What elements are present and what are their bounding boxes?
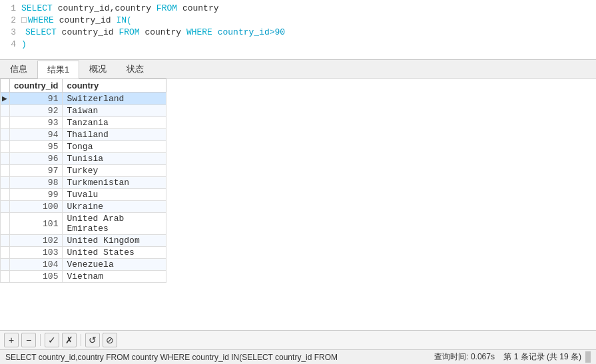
sql-line-3: 3 SELECT country_id FROM country WHERE c… xyxy=(0,27,596,39)
refresh-button[interactable]: ↺ xyxy=(85,333,100,347)
table-row[interactable]: 98Turkmenistan xyxy=(1,177,166,189)
row-indicator xyxy=(1,177,10,189)
results-area[interactable]: country_id country ▶91Switzerland92Taiwa… xyxy=(0,79,596,330)
sql-line-1: 1 SELECT country_id,country FROM country xyxy=(0,3,596,15)
tabs-bar: 信息 结果1 概况 状态 xyxy=(0,60,596,79)
table-row-country: Taiwan xyxy=(63,105,166,117)
table-row[interactable]: 104Venezuela xyxy=(1,259,166,271)
table-row[interactable]: 93Tanzania xyxy=(1,117,166,129)
table-row-id: 103 xyxy=(10,247,63,259)
table-row-id: 95 xyxy=(10,141,63,153)
remove-row-button[interactable]: − xyxy=(21,333,36,347)
table-row[interactable]: 96Tunisia xyxy=(1,153,166,165)
table-row-country: Venezuela xyxy=(63,259,166,271)
results-table: country_id country ▶91Switzerland92Taiwa… xyxy=(0,79,166,283)
table-row-id: 93 xyxy=(10,117,63,129)
table-row-country: United Kingdom xyxy=(63,235,166,247)
table-row-country: Vietnam xyxy=(63,271,166,283)
status-query-text: SELECT country_id,country FROM country W… xyxy=(5,353,421,362)
add-row-button[interactable]: + xyxy=(4,333,19,347)
row-indicator xyxy=(1,141,10,153)
line-number-4: 4 xyxy=(3,39,16,51)
scrollbar-indicator[interactable] xyxy=(585,351,591,363)
bottom-toolbar: + − ✓ ✗ ↺ ⊘ xyxy=(0,330,596,349)
status-bar: SELECT country_id,country FROM country W… xyxy=(0,349,596,364)
table-row-id: 101 xyxy=(10,213,63,235)
table-row-id: 96 xyxy=(10,153,63,165)
tab-overview[interactable]: 概况 xyxy=(79,60,117,78)
row-indicator xyxy=(1,235,10,247)
stop-button[interactable]: ⊘ xyxy=(103,333,117,347)
table-row-country: Thailand xyxy=(63,129,166,141)
table-row[interactable]: 103United States xyxy=(1,247,166,259)
table-row-country: Turkey xyxy=(63,165,166,177)
table-row-id: 102 xyxy=(10,235,63,247)
table-row[interactable]: 102United Kingdom xyxy=(1,235,166,247)
status-time: 查询时间: 0.067s 第 1 条记录 (共 19 条) xyxy=(434,351,581,363)
table-row-id: 99 xyxy=(10,189,63,201)
row-indicator xyxy=(1,213,10,235)
row-indicator xyxy=(1,165,10,177)
table-row-id: 98 xyxy=(10,177,63,189)
table-row-id: 91 xyxy=(10,92,63,105)
table-row[interactable]: 94Thailand xyxy=(1,129,166,141)
row-indicator xyxy=(1,153,10,165)
table-row-id: 100 xyxy=(10,201,63,213)
table-row[interactable]: 105Vietnam xyxy=(1,271,166,283)
table-row[interactable]: 99Tuvalu xyxy=(1,189,166,201)
tab-status[interactable]: 状态 xyxy=(117,60,154,78)
col-country[interactable]: country xyxy=(63,79,166,92)
table-row-id: 92 xyxy=(10,105,63,117)
table-row[interactable]: 97Turkey xyxy=(1,165,166,177)
table-row-country: United States xyxy=(63,247,166,259)
sql-line-2: 2 □WHERE country_id IN( xyxy=(0,15,596,27)
line-number-3: 3 xyxy=(3,27,16,39)
row-indicator: ▶ xyxy=(1,92,10,105)
table-row-id: 97 xyxy=(10,165,63,177)
col-country-id[interactable]: country_id xyxy=(10,79,63,92)
row-indicator xyxy=(1,129,10,141)
table-row[interactable]: 101United Arab Emirates xyxy=(1,213,166,235)
col-indicator xyxy=(1,79,10,92)
table-row-country: Tanzania xyxy=(63,117,166,129)
tab-results1[interactable]: 结果1 xyxy=(37,61,79,79)
table-row-country: Turkmenistan xyxy=(63,177,166,189)
row-indicator xyxy=(1,247,10,259)
row-indicator xyxy=(1,201,10,213)
table-row-country: Switzerland xyxy=(63,92,166,105)
table-row-country: United Arab Emirates xyxy=(63,213,166,235)
table-row[interactable]: 92Taiwan xyxy=(1,105,166,117)
row-indicator xyxy=(1,271,10,283)
table-row-id: 94 xyxy=(10,129,63,141)
sql-line-4: 4 ) xyxy=(0,39,596,51)
query-time: 查询时间: 0.067s xyxy=(434,352,495,361)
sql-editor[interactable]: 1 SELECT country_id,country FROM country… xyxy=(0,0,596,60)
table-row-country: Tuvalu xyxy=(63,189,166,201)
discard-button[interactable]: ✗ xyxy=(62,333,77,347)
table-row-country: Tunisia xyxy=(63,153,166,165)
table-row-id: 105 xyxy=(10,271,63,283)
line-content-3: SELECT country_id FROM country WHERE cou… xyxy=(21,27,285,39)
line-content-1: SELECT country_id,country FROM country xyxy=(21,3,219,15)
row-indicator xyxy=(1,117,10,129)
table-row[interactable]: ▶91Switzerland xyxy=(1,92,166,105)
row-indicator xyxy=(1,105,10,117)
row-indicator xyxy=(1,259,10,271)
toolbar-divider-1 xyxy=(40,334,41,346)
table-row[interactable]: 100Ukraine xyxy=(1,201,166,213)
row-indicator xyxy=(1,189,10,201)
toolbar-divider-2 xyxy=(81,334,81,346)
tab-info[interactable]: 信息 xyxy=(0,60,37,78)
line-number-1: 1 xyxy=(3,3,16,15)
line-content-4: ) xyxy=(21,39,27,51)
table-row-country: Ukraine xyxy=(63,201,166,213)
table-row-id: 104 xyxy=(10,259,63,271)
line-number-2: 2 xyxy=(3,15,16,27)
line-content-2: □WHERE country_id IN( xyxy=(21,15,132,27)
table-row[interactable]: 95Tonga xyxy=(1,141,166,153)
record-count: 第 1 条记录 (共 19 条) xyxy=(503,352,581,361)
confirm-button[interactable]: ✓ xyxy=(45,333,59,347)
table-row-country: Tonga xyxy=(63,141,166,153)
